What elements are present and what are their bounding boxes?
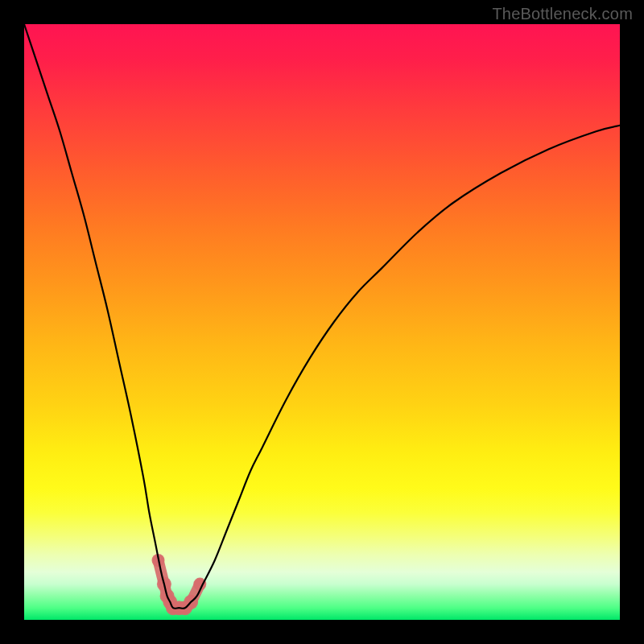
plot-area bbox=[24, 24, 620, 620]
watermark-text: TheBottleneck.com bbox=[492, 5, 633, 23]
chart-container: { "watermark": "TheBottleneck.com", "col… bbox=[0, 0, 644, 644]
bottleneck-curve bbox=[24, 24, 620, 609]
bottleneck-curve-svg bbox=[24, 24, 620, 620]
